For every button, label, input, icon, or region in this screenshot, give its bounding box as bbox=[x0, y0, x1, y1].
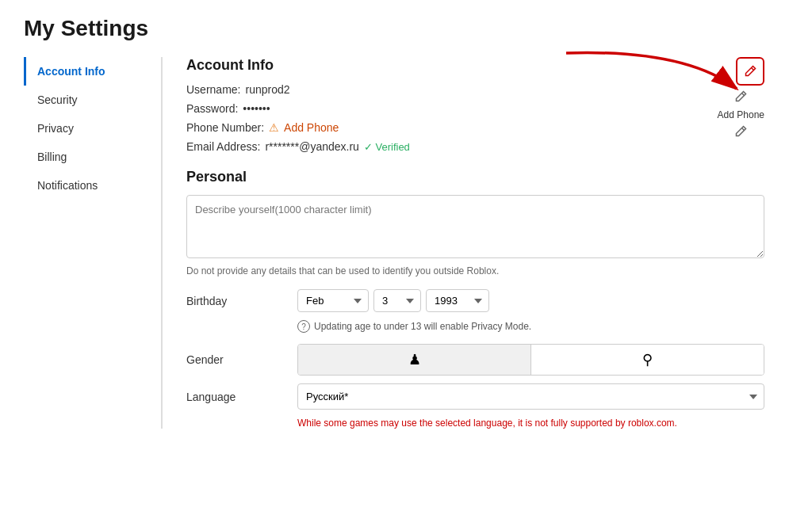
account-info-title: Account Info bbox=[186, 57, 764, 74]
describe-textarea[interactable] bbox=[186, 195, 764, 258]
gender-row: Gender ♟ ⚲ bbox=[186, 344, 764, 376]
email-row: Email Address: r*******@yandex.ru ✓ Veri… bbox=[186, 140, 764, 153]
sidebar: Account Info Security Privacy Billing No… bbox=[24, 57, 163, 429]
birthday-day-select[interactable]: 3 1 2 4 5 bbox=[373, 289, 421, 312]
birthday-selects: Feb Jan Mar Apr May Jun Jul Aug Sep Oct bbox=[297, 289, 764, 312]
birthday-year-select[interactable]: 1993 1990 1991 1992 1994 bbox=[426, 289, 489, 312]
sidebar-item-account-info[interactable]: Account Info bbox=[24, 57, 161, 86]
gender-male-icon: ♟ bbox=[408, 352, 421, 368]
edit-email-icon bbox=[734, 125, 747, 138]
gender-male-button[interactable]: ♟ bbox=[298, 345, 530, 375]
account-info-section: Account Info Username: runprod2 Password… bbox=[186, 57, 764, 153]
privacy-note: Do not provide any details that can be u… bbox=[186, 265, 764, 276]
add-phone-link[interactable]: Add Phone bbox=[284, 121, 339, 134]
edit-username-icon bbox=[744, 65, 756, 78]
edit-username-button[interactable] bbox=[736, 57, 764, 86]
gender-options: ♟ ⚲ bbox=[297, 344, 764, 376]
sidebar-item-notifications[interactable]: Notifications bbox=[24, 171, 161, 200]
personal-section: Personal Do not provide any details that… bbox=[186, 169, 764, 429]
password-row: Password: ••••••• bbox=[186, 102, 764, 115]
add-phone-label: Add Phone bbox=[718, 109, 764, 120]
age-info-icon: ? bbox=[297, 320, 310, 333]
personal-title: Personal bbox=[186, 169, 764, 185]
sidebar-item-security[interactable]: Security bbox=[24, 86, 161, 114]
sidebar-item-privacy[interactable]: Privacy bbox=[24, 114, 161, 143]
top-right-icons: Add Phone bbox=[718, 57, 764, 138]
username-label: Username: bbox=[186, 83, 240, 96]
email-value: r*******@yandex.ru bbox=[265, 140, 359, 153]
edit-email-button[interactable] bbox=[734, 125, 747, 138]
email-label: Email Address: bbox=[186, 140, 260, 153]
birthday-label: Birthday bbox=[186, 295, 289, 307]
password-label: Password: bbox=[186, 102, 238, 115]
page-title: My Settings bbox=[24, 16, 788, 41]
phone-warning-icon: ⚠ bbox=[269, 121, 279, 134]
age-note-text: Updating age to under 13 will enable Pri… bbox=[314, 321, 531, 332]
language-row: Language Русский* English Español bbox=[186, 383, 764, 410]
username-value: runprod2 bbox=[245, 83, 289, 96]
language-note: While some games may use the selected la… bbox=[297, 418, 764, 429]
username-row: Username: runprod2 bbox=[186, 83, 764, 96]
age-note-row: ? Updating age to under 13 will enable P… bbox=[297, 320, 764, 333]
email-verified-badge: ✓ Verified bbox=[364, 141, 410, 153]
birthday-month-select[interactable]: Feb Jan Mar Apr May Jun Jul Aug Sep Oct bbox=[297, 289, 369, 312]
phone-row: Phone Number: ⚠ Add Phone bbox=[186, 121, 764, 134]
birthday-row: Birthday Feb Jan Mar Apr May Jun Jul Aug bbox=[186, 289, 764, 312]
password-value: ••••••• bbox=[243, 102, 270, 115]
edit-phone-button[interactable] bbox=[734, 90, 747, 103]
gender-female-button[interactable]: ⚲ bbox=[531, 345, 764, 375]
gender-label: Gender bbox=[186, 353, 289, 366]
edit-phone-icon bbox=[734, 90, 747, 103]
language-label: Language bbox=[186, 391, 289, 403]
sidebar-item-billing[interactable]: Billing bbox=[24, 143, 161, 171]
language-select[interactable]: Русский* English Español bbox=[297, 383, 764, 410]
main-content: Add Phone Account Info Username: runp bbox=[163, 57, 788, 429]
gender-female-icon: ⚲ bbox=[642, 352, 653, 368]
phone-label: Phone Number: bbox=[186, 121, 264, 134]
